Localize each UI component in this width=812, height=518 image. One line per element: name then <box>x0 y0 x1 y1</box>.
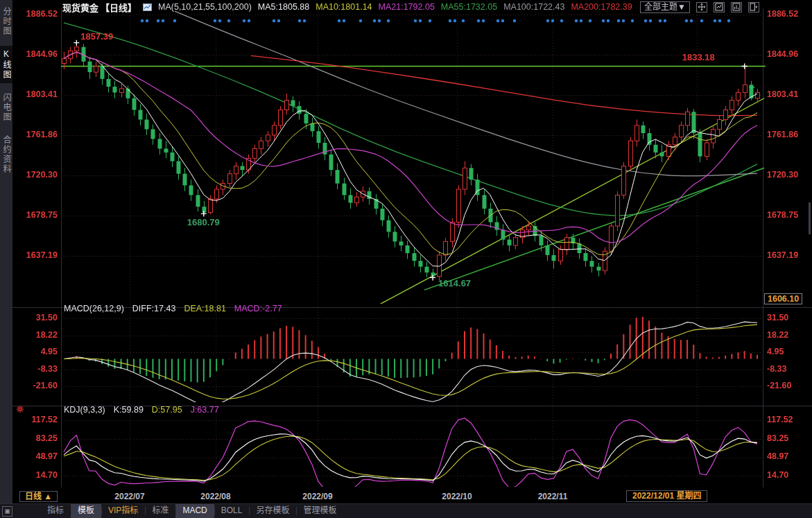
bottom-toolbar: ▣ 指标 模板 VIP指标 标准 MACD BOLL 另存模板 管理模板 <box>0 503 812 518</box>
chart-canvas[interactable] <box>0 0 812 518</box>
right-price-axis: 1886.52 1844.96 1803.41 1761.86 1720.30 … <box>765 0 811 485</box>
tab-standard[interactable]: 标准 <box>145 504 175 518</box>
axis-label: 31.50 <box>36 313 58 322</box>
axis-label: -8.33 <box>767 364 787 374</box>
kdj-title: KDJ(9,3,3) <box>64 405 105 415</box>
chart-icon <box>143 3 152 11</box>
axis-min-price-box: 1606.10 <box>764 293 802 304</box>
period-selector[interactable]: 日线 ▲ <box>19 491 58 502</box>
axis-label: 83.25 <box>767 433 788 443</box>
axis-label: 1844.96 <box>767 49 798 59</box>
line-chart-window-icon[interactable] <box>714 2 725 12</box>
macd-panel-header: MACD(26,12,9) DIFF:17.43 DEA:18.81 MACD:… <box>64 304 282 313</box>
tab-vip-indicators[interactable]: VIP指标 <box>101 504 145 518</box>
month-label: 2022/11 <box>538 492 568 501</box>
ma-settings-label: MA(5,10,21,55,100,200) <box>158 2 252 12</box>
diff-readout: DIFF:17.43 <box>132 304 176 313</box>
axis-label: -21.60 <box>33 381 58 390</box>
app-window: 分时图 K线图 闪电图 合约资料 现货黄金 【日线】 MA(5,10,21,55… <box>0 0 812 518</box>
axis-label: 1720.30 <box>767 170 798 180</box>
axis-label: 18.22 <box>36 330 58 340</box>
pan-crosshair-icon[interactable] <box>696 2 707 12</box>
axis-label: 1886.52 <box>767 9 798 19</box>
axis-label: 4.95 <box>41 347 58 356</box>
axis-label: 31.50 <box>767 313 788 322</box>
month-label: 2022/10 <box>442 492 472 501</box>
axis-label: 1637.19 <box>767 250 798 260</box>
period-tag: 【日线】 <box>101 1 137 14</box>
axis-label: 1761.86 <box>26 130 58 139</box>
axis-label: 1803.41 <box>26 89 58 99</box>
macd-title: MACD(26,12,9) <box>64 304 124 313</box>
axis-label: -21.60 <box>767 381 791 390</box>
ma10-readout: MA10:1801.14 <box>316 2 372 12</box>
axis-label: 117.52 <box>31 415 58 424</box>
tab-macd[interactable]: MACD <box>175 504 214 518</box>
axis-label: 14.70 <box>767 470 788 480</box>
tab-save-template[interactable]: 另存模板 <box>249 504 296 518</box>
axis-label: 1803.41 <box>767 89 798 99</box>
ma200-readout: MA200:1782.39 <box>571 2 632 12</box>
month-label: 2022/09 <box>302 492 332 501</box>
ma5-readout: MA5:1805.88 <box>258 2 309 12</box>
left-price-axis: 1886.52 1844.96 1803.41 1761.86 1720.30 … <box>12 0 59 485</box>
axis-label: 1720.30 <box>26 170 58 180</box>
axis-label: 83.25 <box>36 433 58 443</box>
axis-label: 4.95 <box>767 347 784 356</box>
expand-panel-icon[interactable] <box>748 2 759 12</box>
axis-label: 48.97 <box>36 451 58 461</box>
month-label: 2022/08 <box>200 492 230 501</box>
tab-boll[interactable]: BOLL <box>214 504 250 518</box>
axis-label: 1844.96 <box>26 49 58 59</box>
sidebar-item-lightning-chart[interactable]: 闪电图 <box>0 89 12 126</box>
ma55-readout: MA55:1732.05 <box>441 2 497 12</box>
dea-readout: DEA:18.81 <box>184 304 225 313</box>
axis-label: 1637.19 <box>26 250 58 260</box>
macd-readout: MACD:-2.77 <box>234 304 282 313</box>
sidebar-item-kline-chart[interactable]: K线图 <box>0 46 12 83</box>
month-label: 2022/07 <box>114 492 144 501</box>
axis-label: 1761.86 <box>767 130 798 139</box>
axis-label: 1678.75 <box>767 210 798 220</box>
axis-label: 1886.52 <box>26 9 58 19</box>
sidebar-item-time-chart[interactable]: 分时图 <box>0 3 12 40</box>
sidebar: 分时图 K线图 闪电图 合约资料 <box>0 0 12 518</box>
tab-templates[interactable]: 模板 <box>71 504 101 518</box>
axis-label: 117.52 <box>767 415 793 424</box>
sidebar-item-contract-info[interactable]: 合约资料 <box>0 132 12 178</box>
k-readout: K:59.89 <box>114 405 144 415</box>
tab-manage-templates[interactable]: 管理模板 <box>296 504 343 518</box>
bottom-menu-icon[interactable]: ▣ <box>2 506 12 517</box>
d-readout: D:57.95 <box>152 405 182 415</box>
axis-label: 48.97 <box>767 451 788 461</box>
chart-header: 现货黄金 【日线】 MA(5,10,21,55,100,200) MA5:180… <box>12 0 812 14</box>
bar-chart-window-icon[interactable] <box>731 2 742 12</box>
theme-selector-button[interactable]: 全部主题▼ <box>640 1 690 13</box>
axis-label: 14.70 <box>36 470 58 480</box>
axis-label: -8.33 <box>38 364 58 374</box>
kdj-panel-header: KDJ(9,3,3) K:59.89 D:57.95 J:63.77 <box>64 405 219 415</box>
symbol-name: 现货黄金 <box>62 1 98 14</box>
j-readout: J:63.77 <box>191 405 219 415</box>
ma21-readout: MA21:1792.05 <box>379 2 435 12</box>
current-date-label: 2022/12/01 星期四 <box>626 490 707 502</box>
ma100-readout: MA100:1722.43 <box>503 2 564 12</box>
date-axis: 日线 ▲ 2022/07 2022/08 2022/09 2022/10 202… <box>12 487 812 504</box>
axis-label: 18.22 <box>767 330 788 340</box>
tab-indicators[interactable]: 指标 <box>40 504 71 518</box>
axis-label: 1678.75 <box>26 210 58 220</box>
